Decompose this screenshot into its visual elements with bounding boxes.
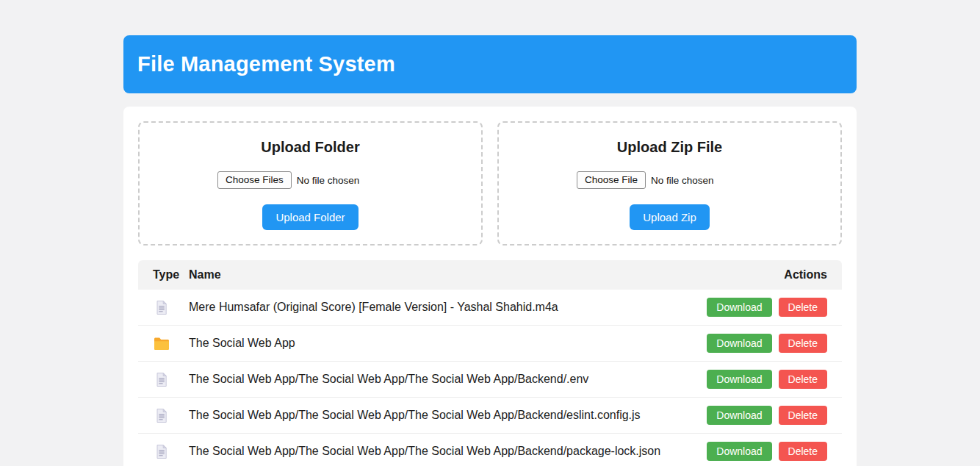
folder-file-input[interactable]: Choose Files No file chosen (217, 171, 403, 189)
download-button[interactable]: Download (707, 442, 771, 461)
download-button[interactable]: Download (707, 334, 771, 353)
file-icon (153, 372, 170, 387)
file-name: The Social Web App (189, 337, 707, 350)
file-name: The Social Web App/The Social Web App/Th… (189, 373, 707, 386)
file-name: The Social Web App/The Social Web App/Th… (189, 445, 707, 458)
delete-button[interactable]: Delete (779, 370, 827, 389)
upload-folder-title: Upload Folder (140, 139, 481, 156)
column-header-name: Name (189, 268, 784, 282)
folder-icon (153, 337, 170, 351)
column-header-type: Type (138, 268, 189, 282)
download-button[interactable]: Download (707, 298, 771, 317)
zip-file-input[interactable]: Choose File No file chosen (577, 171, 763, 189)
file-icon (153, 408, 170, 423)
choose-files-button[interactable]: Choose Files (217, 171, 292, 189)
upload-folder-button[interactable]: Upload Folder (262, 204, 358, 230)
file-name: The Social Web App/The Social Web App/Th… (189, 409, 707, 422)
choose-file-button[interactable]: Choose File (577, 171, 646, 189)
folder-file-status: No file chosen (297, 175, 360, 186)
page-container: File Management System Upload Folder Cho… (123, 35, 857, 466)
table-row: The Social Web App/The Social Web App/Th… (138, 434, 842, 466)
file-icon (153, 300, 170, 315)
download-button[interactable]: Download (707, 406, 771, 425)
table-row: The Social Web App/The Social Web App/Th… (138, 362, 842, 398)
main-card: Upload Folder Choose Files No file chose… (123, 107, 857, 466)
zip-file-status: No file chosen (651, 175, 714, 186)
delete-button[interactable]: Delete (779, 334, 827, 353)
delete-button[interactable]: Delete (779, 406, 827, 425)
download-button[interactable]: Download (707, 370, 771, 389)
file-icon (153, 444, 170, 459)
upload-zip-section: Upload Zip File Choose File No file chos… (497, 121, 842, 245)
upload-zip-title: Upload Zip File (499, 139, 840, 156)
upload-folder-section: Upload Folder Choose Files No file chose… (138, 121, 483, 245)
table-row: Mere Humsafar (Original Score) [Female V… (138, 290, 842, 326)
table-row: The Social Web App/The Social Web App/Th… (138, 398, 842, 434)
column-header-actions: Actions (784, 268, 842, 282)
delete-button[interactable]: Delete (779, 442, 827, 461)
table-row: The Social Web App Download Delete (138, 326, 842, 362)
upload-sections: Upload Folder Choose Files No file chose… (138, 121, 842, 245)
upload-zip-button[interactable]: Upload Zip (630, 204, 710, 230)
app-header: File Management System (123, 35, 857, 93)
file-table: Type Name Actions Mere Humsafar (Origina… (138, 260, 842, 466)
delete-button[interactable]: Delete (779, 298, 827, 317)
page-title: File Management System (137, 52, 395, 76)
file-name: Mere Humsafar (Original Score) [Female V… (189, 301, 707, 314)
table-header-row: Type Name Actions (138, 260, 842, 290)
